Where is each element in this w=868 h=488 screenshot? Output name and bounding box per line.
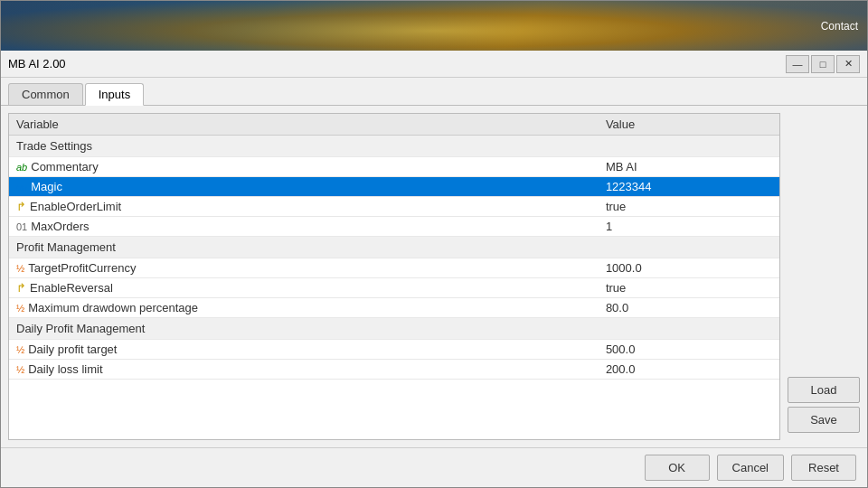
table-header-row: Variable Value [9,114,779,136]
value-cell: 1 [599,217,779,237]
table-row[interactable]: ↱EnableOrderLimittrue [9,197,779,217]
value-cell: MB AI [599,157,779,177]
section-header-cell: Trade Settings [9,136,779,157]
variable-cell: ↱EnableReversal [9,278,599,298]
close-button[interactable]: ✕ [836,55,860,73]
table-row[interactable]: ½TargetProfitCurrency1000.0 [9,258,779,278]
side-buttons: Load Save [788,113,860,440]
table-row[interactable]: ½Daily loss limit200.0 [9,360,779,380]
variable-cell: ½Daily profit target [9,340,599,360]
value-cell: 200.0 [599,360,779,380]
ok-button[interactable]: OK [645,455,710,481]
table-row[interactable]: ½Maximum drawdown percentage80.0 [9,298,779,318]
maximize-button[interactable]: □ [811,55,835,73]
column-variable: Variable [9,114,599,136]
variables-table: Variable Value Trade SettingsabCommentar… [9,114,779,380]
tab-common[interactable]: Common [8,83,83,105]
value-cell: 80.0 [599,298,779,318]
save-button[interactable]: Save [788,407,860,433]
table-row[interactable]: Trade Settings [9,136,779,157]
main-window: Contact MB AI 2.00 — □ ✕ Common Inputs V… [0,0,868,488]
value-cell: 500.0 [599,340,779,360]
minimize-button[interactable]: — [786,55,809,73]
variables-table-container[interactable]: Variable Value Trade SettingsabCommentar… [8,113,780,440]
table-row[interactable]: Profit Management [9,237,779,258]
table-row[interactable]: ↱EnableReversaltrue [9,278,779,298]
reset-button[interactable]: Reset [791,455,856,481]
variable-cell: ½Maximum drawdown percentage [9,298,599,318]
value-cell: 1223344 [599,177,779,197]
footer: OK Cancel Reset [1,447,867,487]
value-cell: true [599,197,779,217]
contact-label: Contact [821,20,858,33]
window-title: MB AI 2.00 [8,57,786,70]
header-banner: Contact [1,1,867,51]
load-button[interactable]: Load [788,377,860,403]
value-cell: 1000.0 [599,258,779,278]
main-content: Variable Value Trade SettingsabCommentar… [1,106,867,447]
tab-inputs[interactable]: Inputs [85,83,144,106]
table-row[interactable]: Daily Profit Management [9,318,779,340]
variable-cell: abCommentary [9,157,599,177]
variable-cell: ↱EnableOrderLimit [9,197,599,217]
variable-cell: ½TargetProfitCurrency [9,258,599,278]
table-row[interactable]: onMagic1223344 [9,177,779,197]
column-value: Value [599,114,779,136]
value-cell: true [599,278,779,298]
cancel-button[interactable]: Cancel [717,455,784,481]
section-header-cell: Daily Profit Management [9,318,779,340]
variable-cell: ½Daily loss limit [9,360,599,380]
table-row[interactable]: ½Daily profit target500.0 [9,340,779,360]
tab-bar: Common Inputs [1,78,867,106]
variable-cell: onMagic [9,177,599,197]
window-controls: — □ ✕ [786,55,860,73]
variable-cell: 01MaxOrders [9,217,599,237]
section-header-cell: Profit Management [9,237,779,258]
table-row[interactable]: abCommentaryMB AI [9,157,779,177]
table-row[interactable]: 01MaxOrders1 [9,217,779,237]
title-bar: MB AI 2.00 — □ ✕ [1,51,867,78]
